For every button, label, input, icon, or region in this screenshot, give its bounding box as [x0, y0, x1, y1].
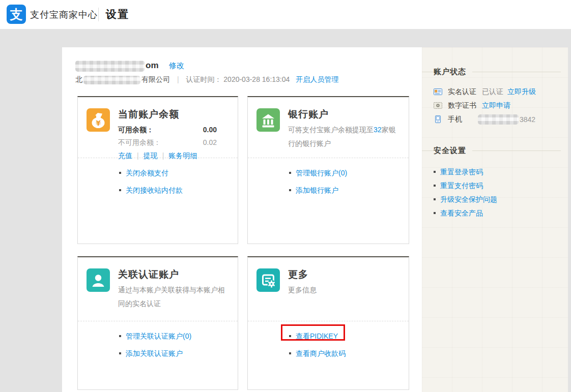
list-item: 重置支付密码 [434, 179, 568, 193]
redacted-email-block [75, 61, 145, 72]
reset-login-password-link[interactable]: 重置登录密码 [440, 168, 483, 176]
manage-linked-accounts-link[interactable]: 管理关联认证账户(0) [126, 332, 191, 340]
view-merchant-qrcode-link[interactable]: 查看商户收款码 [296, 349, 346, 357]
page-title: 设置 [106, 7, 129, 21]
certificate-icon [434, 101, 442, 110]
bullet-icon [289, 352, 291, 354]
bullet-icon [434, 212, 436, 214]
unavailable-balance-value: 0.02 [203, 136, 217, 149]
bullet-icon [119, 352, 121, 354]
list-item: 查看安全产品 [434, 206, 568, 220]
phone-status-row: 手机 3842 [434, 112, 568, 126]
list-item: 关闭接收站内付款 [119, 184, 238, 197]
account-status-section-title: 账户状态 [422, 67, 568, 76]
account-status-list: 实名认证 已认证 立即升级 数字证书 立即申请 手机 [434, 85, 568, 126]
linked-panel-title: 关联认证账户 [118, 269, 228, 280]
bullet-icon [434, 185, 436, 187]
view-security-products-link[interactable]: 查看安全产品 [440, 209, 483, 217]
security-links-list: 重置登录密码 重置支付密码 升级安全保护问题 查看安全产品 [434, 165, 568, 220]
account-details-link[interactable]: 账务明细 [168, 152, 197, 160]
certified-time-text: 认证时间： 2020-03-28 16:13:04 [186, 75, 290, 83]
redacted-phone-block [478, 114, 519, 125]
linked-panel-head: 关联认证账户 通过与本账户关联获得与本账户相同的实名认证 [78, 257, 238, 321]
phone-masked-suffix: 3842 [520, 115, 535, 124]
unavailable-balance-label: 不可用余额： [118, 136, 161, 149]
bullet-icon [119, 335, 121, 337]
header-divider [98, 8, 99, 21]
balance-panel: ¥ 当前账户余额 可用余额： 0.00 不可用余额： 0.02 充值|提现|账务… [77, 96, 238, 244]
list-item: 查看PID|KEY [289, 329, 409, 343]
list-item: 管理关联认证账户(0) [119, 329, 238, 343]
list-item: 添加银行账户 [289, 184, 409, 197]
withdraw-link[interactable]: 提现 [144, 152, 158, 160]
enable-staff-management-link[interactable]: 开启人员管理 [296, 75, 338, 83]
apply-now-link[interactable]: 立即申请 [482, 101, 510, 110]
bullet-icon [289, 189, 291, 191]
manage-bank-accounts-link[interactable]: 管理银行账户(0) [296, 169, 347, 177]
balance-rows: 可用余额： 0.00 不可用余额： 0.02 [118, 124, 217, 149]
balance-actions: 充值|提现|账务明细 [118, 150, 226, 161]
bullet-icon [119, 172, 121, 174]
document-gear-icon [256, 268, 280, 292]
company-name-suffix: 有限公司 [141, 75, 170, 83]
realname-status-row: 实名认证 已认证 立即升级 [434, 85, 568, 99]
bullet-icon [434, 171, 436, 173]
linked-accounts-panel: 关联认证账户 通过与本账户关联获得与本账户相同的实名认证 管理关联认证账户(0)… [77, 256, 238, 390]
list-item: 添加关联认证账户 [119, 347, 238, 360]
more-panel-desc: 更多信息 [288, 283, 398, 297]
bank-panel: 银行账户 可将支付宝账户余额提现至32家银行的银行账户 管理银行账户(0) 添加… [247, 96, 409, 244]
person-icon [87, 268, 110, 292]
alipay-merchant-settings-page: { "header": { "logo_char": "支", "brand":… [0, 0, 571, 392]
phone-icon [434, 115, 442, 124]
security-settings-section-title: 安全设置 [422, 146, 568, 155]
more-panel-links: 查看PID|KEY 查看商户收款码 [248, 321, 409, 360]
add-bank-account-link[interactable]: 添加银行账户 [296, 186, 338, 194]
list-item: 升级安全保护问题 [434, 193, 568, 206]
view-pid-key-link[interactable]: 查看PID|KEY [296, 332, 338, 340]
balance-panel-title: 当前账户余额 [118, 109, 226, 120]
certificate-status-row: 数字证书 立即申请 [434, 99, 568, 112]
more-panel: 更多 更多信息 查看PID|KEY 查看商户收款码 [247, 256, 409, 390]
phone-label: 手机 [448, 115, 462, 124]
realname-label: 实名认证 [448, 87, 476, 97]
available-balance-value: 0.00 [203, 124, 217, 136]
alipay-logo-icon[interactable]: 支 [7, 5, 26, 24]
account-email-row: om 修改 [75, 61, 184, 73]
list-item: 查看商户收款码 [289, 347, 409, 360]
company-name-prefix: 北 [75, 75, 82, 83]
upgrade-now-link[interactable]: 立即升级 [507, 87, 536, 97]
account-company-row: 北有限公司 | 认证时间： 2020-03-28 16:13:04 开启人员管理 [75, 75, 338, 84]
recharge-link[interactable]: 充值 [118, 152, 132, 160]
reset-pay-password-link[interactable]: 重置支付密码 [440, 182, 483, 190]
bank-icon [256, 108, 280, 132]
balance-panel-links: 关闭余额支付 关闭接收站内付款 [78, 158, 238, 197]
more-panel-head: 更多 更多信息 [248, 257, 409, 321]
more-panel-title: 更多 [288, 269, 398, 280]
text-divider: | [177, 75, 179, 83]
certificate-label: 数字证书 [448, 101, 476, 110]
upgrade-security-question-link[interactable]: 升级安全保护问题 [440, 195, 497, 203]
bank-panel-desc: 可将支付宝账户余额提现至32家银行的银行账户 [288, 123, 398, 150]
id-card-icon [434, 87, 442, 96]
main-card: om 修改 北有限公司 | 认证时间： 2020-03-28 16:13:04 … [62, 47, 422, 392]
linked-panel-desc: 通过与本账户关联获得与本账户相同的实名认证 [118, 283, 228, 311]
add-linked-account-link[interactable]: 添加关联认证账户 [126, 349, 183, 357]
svg-text:¥: ¥ [96, 119, 101, 127]
brand-title: 支付宝商家中心 [30, 9, 98, 21]
list-item: 管理银行账户(0) [289, 166, 409, 179]
close-balance-pay-link[interactable]: 关闭余额支付 [126, 169, 168, 177]
linked-panel-links: 管理关联认证账户(0) 添加关联认证账户 [78, 321, 238, 360]
bank-panel-head: 银行账户 可将支付宝账户余额提现至32家银行的银行账户 [248, 97, 409, 158]
available-balance-label: 可用余额： [118, 124, 154, 136]
bullet-icon [119, 189, 121, 191]
sidebar: 账户状态 实名认证 已认证 立即升级 数字证书 立即申请 [422, 47, 568, 392]
balance-panel-head: ¥ 当前账户余额 可用余额： 0.00 不可用余额： 0.02 充值|提现|账务… [78, 97, 238, 158]
bullet-icon [289, 335, 291, 337]
redacted-company-block [83, 76, 140, 84]
realname-status: 已认证 [482, 87, 503, 97]
bank-count: 32 [374, 126, 382, 134]
close-onsite-payment-link[interactable]: 关闭接收站内付款 [126, 186, 183, 194]
top-header: 支 支付宝商家中心 设置 [0, 0, 571, 29]
list-item: 关闭余额支付 [119, 166, 238, 179]
edit-account-link[interactable]: 修改 [169, 61, 184, 70]
